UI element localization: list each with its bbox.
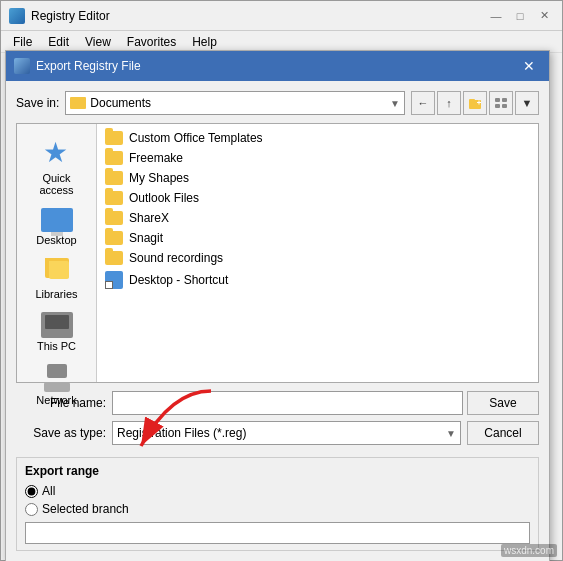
file-item-outlook-files[interactable]: Outlook Files <box>101 188 534 208</box>
savetype-arrow-icon: ▼ <box>446 428 456 439</box>
sidebar-item-this-pc[interactable]: This PC <box>21 308 93 356</box>
save-in-label: Save in: <box>16 96 59 110</box>
radio-all[interactable] <box>25 485 38 498</box>
folder-icon-small <box>70 97 86 109</box>
filename-input[interactable] <box>112 391 463 415</box>
back-button[interactable]: ← <box>411 91 435 115</box>
save-in-dropdown[interactable]: Documents ▼ <box>65 91 405 115</box>
registry-editor-icon <box>9 8 25 24</box>
branch-path-input[interactable] <box>25 522 530 544</box>
sidebar-item-libraries[interactable]: Libraries <box>21 254 93 304</box>
menu-file[interactable]: File <box>5 33 40 51</box>
places-sidebar: Quick access Desktop Libraries This PC N… <box>17 124 97 382</box>
libraries-icon <box>41 258 73 286</box>
view-button[interactable] <box>489 91 513 115</box>
folder-icon <box>105 191 123 205</box>
file-name: Snagit <box>129 231 163 245</box>
shortcut-icon <box>105 271 123 289</box>
maximize-button[interactable]: □ <box>510 6 530 26</box>
desktop-icon <box>41 208 73 232</box>
radio-row-all: All <box>25 484 530 498</box>
sidebar-item-quick-access[interactable]: Quick access <box>21 134 93 200</box>
more-options-button[interactable]: ▼ <box>515 91 539 115</box>
dialog-title-icon <box>14 58 30 74</box>
savetype-value: Registration Files (*.reg) <box>117 426 446 440</box>
file-name: Outlook Files <box>129 191 199 205</box>
menu-view[interactable]: View <box>77 33 119 51</box>
this-pc-icon <box>41 312 73 338</box>
dialog-title: Export Registry File <box>36 59 517 73</box>
quick-access-label: Quick access <box>25 172 89 196</box>
radio-selected[interactable] <box>25 503 38 516</box>
savetype-label: Save as type: <box>16 426 106 440</box>
cancel-button[interactable]: Cancel <box>467 421 539 445</box>
quick-access-icon <box>41 138 73 170</box>
radio-all-label[interactable]: All <box>42 484 55 498</box>
window-controls: — □ ✕ <box>486 6 554 26</box>
sidebar-item-desktop[interactable]: Desktop <box>21 204 93 250</box>
export-registry-dialog: Export Registry File ✕ Save in: Document… <box>5 50 550 561</box>
folder-icon <box>105 171 123 185</box>
file-name: ShareX <box>129 211 169 225</box>
libraries-label: Libraries <box>35 288 77 300</box>
radio-row-selected: Selected branch <box>25 502 530 516</box>
minimize-button[interactable]: — <box>486 6 506 26</box>
toolbar-buttons: ← ↑ <box>411 91 539 115</box>
svg-rect-3 <box>479 101 480 105</box>
radio-selected-label[interactable]: Selected branch <box>42 502 129 516</box>
registry-editor-titlebar: Registry Editor — □ ✕ <box>1 1 562 31</box>
file-browser-area: Quick access Desktop Libraries This PC N… <box>16 123 539 383</box>
svg-rect-4 <box>495 98 500 102</box>
file-item-snagit[interactable]: Snagit <box>101 228 534 248</box>
dropdown-arrow-icon: ▼ <box>390 98 400 109</box>
folder-icon <box>105 131 123 145</box>
file-name: Desktop - Shortcut <box>129 273 228 287</box>
filename-row: File name: Save <box>16 391 539 415</box>
menu-edit[interactable]: Edit <box>40 33 77 51</box>
savetype-dropdown[interactable]: Registration Files (*.reg) ▼ <box>112 421 461 445</box>
watermark: wsxdn.com <box>501 544 557 557</box>
svg-rect-6 <box>495 104 500 108</box>
menu-help[interactable]: Help <box>184 33 225 51</box>
dialog-body: Save in: Documents ▼ ← ↑ <box>6 81 549 561</box>
filename-label: File name: <box>16 396 106 410</box>
svg-rect-1 <box>469 99 475 102</box>
folder-icon <box>105 151 123 165</box>
bottom-controls: File name: Save Save as type: Registrati… <box>16 383 539 449</box>
savetype-row: Save as type: Registration Files (*.reg)… <box>16 421 539 445</box>
svg-rect-7 <box>502 104 507 108</box>
save-button[interactable]: Save <box>467 391 539 415</box>
registry-editor-title: Registry Editor <box>31 9 110 23</box>
file-item-desktop-shortcut[interactable]: Desktop - Shortcut <box>101 268 534 292</box>
svg-rect-5 <box>502 98 507 102</box>
file-name: Freemake <box>129 151 183 165</box>
file-list: Custom Office Templates Freemake My Shap… <box>97 124 538 382</box>
save-in-value: Documents <box>90 96 390 110</box>
file-name: Sound recordings <box>129 251 223 265</box>
close-button[interactable]: ✕ <box>534 6 554 26</box>
filename-input-wrap: Save <box>112 391 539 415</box>
file-item-freemake[interactable]: Freemake <box>101 148 534 168</box>
folder-icon <box>105 231 123 245</box>
file-item-sound-recordings[interactable]: Sound recordings <box>101 248 534 268</box>
save-in-row: Save in: Documents ▼ ← ↑ <box>16 91 539 115</box>
file-name: My Shapes <box>129 171 189 185</box>
this-pc-label: This PC <box>37 340 76 352</box>
menu-favorites[interactable]: Favorites <box>119 33 184 51</box>
file-item-sharex[interactable]: ShareX <box>101 208 534 228</box>
file-name: Custom Office Templates <box>129 131 263 145</box>
export-range-section: Export range All Selected branch <box>16 457 539 551</box>
up-folder-button[interactable]: ↑ <box>437 91 461 115</box>
file-item-my-shapes[interactable]: My Shapes <box>101 168 534 188</box>
export-range-title: Export range <box>25 464 530 478</box>
new-folder-button[interactable] <box>463 91 487 115</box>
folder-icon <box>105 211 123 225</box>
dialog-titlebar: Export Registry File ✕ <box>6 51 549 81</box>
dialog-close-button[interactable]: ✕ <box>517 54 541 78</box>
network-icon <box>41 364 73 392</box>
folder-icon <box>105 251 123 265</box>
file-item-custom-office[interactable]: Custom Office Templates <box>101 128 534 148</box>
